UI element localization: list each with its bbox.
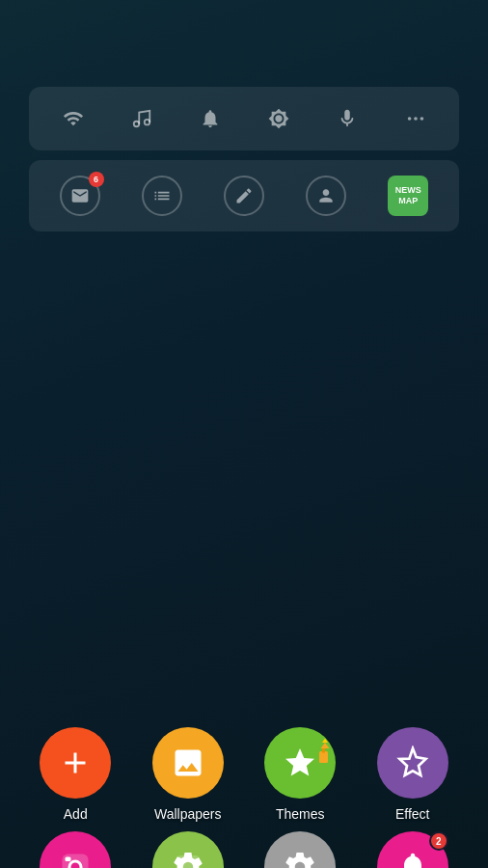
add-icon-bg [40, 727, 111, 799]
news-icon-bg: 2 [377, 831, 448, 868]
mail-badge: 6 [89, 172, 104, 187]
app-item-themes[interactable]: Themes [247, 727, 353, 822]
preferences-icon-bg [152, 831, 224, 868]
news-badge: 2 [429, 831, 448, 851]
edit-shortcut[interactable] [222, 174, 266, 218]
effect-icon-bg [377, 727, 448, 799]
wallpapers-icon-bg [152, 727, 224, 799]
svg-rect-12 [66, 857, 71, 862]
audio-icon[interactable] [127, 104, 156, 133]
mic-icon[interactable] [333, 104, 362, 133]
svg-point-1 [144, 120, 149, 125]
app-item-news[interactable]: 2 News [360, 831, 466, 868]
more-icon[interactable] [401, 104, 430, 133]
svg-point-4 [420, 117, 423, 121]
app-shortcuts-bar: 6 NEWSMAP [29, 160, 459, 231]
app-row-2: Edict Preferences Set [19, 831, 469, 868]
mail-shortcut[interactable]: 6 [58, 174, 102, 218]
person-shortcut[interactable] [304, 174, 348, 218]
app-item-settings[interactable]: Settings [247, 831, 353, 868]
pencil-decoration [316, 731, 332, 746]
app-item-wallpapers[interactable]: Wallpapers [135, 727, 241, 822]
wifi-icon[interactable] [59, 104, 88, 133]
effect-label: Effect [395, 806, 430, 822]
main-content: 6 NEWSMAP [0, 87, 488, 868]
brightness-icon[interactable] [264, 104, 293, 133]
app-item-add[interactable]: Add [22, 727, 128, 822]
themes-label: Themes [276, 806, 325, 822]
quick-settings-bar [29, 87, 459, 150]
app-item-edict[interactable]: Edict [22, 831, 128, 868]
svg-rect-6 [322, 748, 325, 753]
themes-icon-bg [264, 727, 336, 799]
app-grid: Add Wallpapers [0, 727, 488, 868]
add-label: Add [64, 806, 88, 822]
bell-icon[interactable] [196, 104, 225, 133]
news-map-shortcut[interactable]: NEWSMAP [386, 174, 430, 218]
edict-icon-bg [40, 831, 111, 868]
app-item-effect[interactable]: Effect [360, 727, 466, 822]
svg-marker-7 [321, 743, 330, 748]
svg-rect-5 [319, 751, 328, 763]
wallpapers-label: Wallpapers [154, 806, 222, 822]
app-row-1: Add Wallpapers [19, 727, 469, 822]
settings-icon-bg [264, 831, 336, 868]
svg-point-2 [407, 117, 411, 121]
app-item-preferences[interactable]: Preferences [135, 831, 241, 868]
svg-marker-8 [322, 739, 328, 744]
svg-point-3 [414, 117, 418, 121]
list-shortcut[interactable] [140, 174, 184, 218]
svg-point-0 [133, 122, 139, 127]
